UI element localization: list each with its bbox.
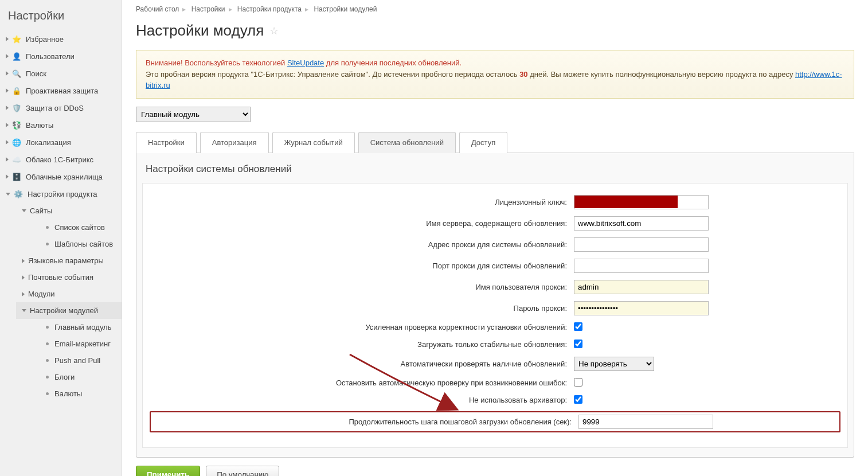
update-settings-form: Лицензионный ключ: Имя сервера, содержащ… bbox=[142, 183, 848, 448]
gear-icon: ⚙️ bbox=[14, 189, 23, 198]
sidebar-item-lang-params[interactable]: Языковые параметры bbox=[16, 252, 122, 269]
chevron-right-icon bbox=[6, 71, 9, 76]
sidebar-item-product-settings[interactable]: ⚙️Настройки продукта bbox=[0, 185, 122, 202]
sidebar-item-currencies[interactable]: Валюты bbox=[42, 385, 122, 402]
tab-update-system[interactable]: Система обновлений bbox=[358, 132, 456, 153]
cloud-icon: ☁️ bbox=[12, 155, 21, 164]
proxy-addr-input[interactable] bbox=[574, 237, 709, 252]
nav-label: Шаблоны сайтов bbox=[54, 240, 113, 248]
sidebar-item-module-settings[interactable]: Настройки модулей bbox=[16, 302, 122, 319]
user-icon: 👤 bbox=[12, 52, 21, 61]
page-title: Настройки модуля bbox=[136, 22, 264, 40]
sidebar-item-favorites[interactable]: ⭐Избранное bbox=[0, 30, 122, 48]
step-duration-input[interactable] bbox=[578, 415, 713, 429]
tabs: Настройки Авторизация Журнал событий Сис… bbox=[136, 131, 854, 153]
sidebar-item-ddos[interactable]: 🛡️Защита от DDoS bbox=[0, 99, 122, 116]
sidebar-item-push-pull[interactable]: Push and Pull bbox=[42, 352, 122, 369]
nav-label: Валюты bbox=[54, 389, 82, 398]
proxy-port-input[interactable] bbox=[574, 259, 709, 273]
sidebar-item-modules[interactable]: Модули bbox=[16, 286, 122, 302]
sidebar-item-currency[interactable]: 💱Валюты bbox=[0, 116, 122, 134]
bullet-icon bbox=[46, 359, 49, 362]
sidebar-item-cloudstorage[interactable]: 🗄️Облачные хранилища bbox=[0, 168, 122, 185]
sidebar-item-main-module[interactable]: Главный модуль bbox=[42, 319, 122, 335]
stop-on-error-label: Остановить автоматическую проверку при в… bbox=[150, 379, 574, 387]
globe-icon: 🌐 bbox=[12, 138, 21, 147]
proxy-addr-label: Адрес прокси для системы обновлений: bbox=[150, 240, 574, 249]
sidebar-item-blogs[interactable]: Блоги bbox=[42, 369, 122, 385]
breadcrumb: Рабочий стол▸ Настройки▸ Настройки проду… bbox=[122, 0, 868, 18]
nav-label: Облако 1С-Битрикс bbox=[26, 155, 93, 164]
bullet-icon bbox=[46, 392, 49, 395]
stable-only-label: Загружать только стабильные обновления: bbox=[150, 340, 574, 349]
update-server-input[interactable] bbox=[574, 216, 709, 231]
sidebar-item-sites[interactable]: Сайты bbox=[16, 202, 122, 219]
sidebar-item-search[interactable]: 🔍Поиск bbox=[0, 65, 122, 82]
sidebar-item-localization[interactable]: 🌐Локализация bbox=[0, 134, 122, 151]
sidebar-item-users[interactable]: 👤Пользователи bbox=[0, 48, 122, 65]
breadcrumb-link[interactable]: Настройки продукта bbox=[237, 5, 302, 13]
breadcrumb-sep: ▸ bbox=[305, 5, 308, 13]
nav-label: Email-маркетинг bbox=[54, 340, 111, 348]
no-archiver-checkbox[interactable] bbox=[574, 395, 582, 404]
step-duration-label: Продолжительность шага пошаговой загрузк… bbox=[154, 418, 578, 426]
alert-trial-text: Это пробная версия продукта "1С-Битрикс:… bbox=[146, 70, 519, 79]
favorite-star-icon[interactable]: ☆ bbox=[269, 25, 279, 37]
breadcrumb-sep: ▸ bbox=[229, 5, 232, 13]
sidebar-item-proactive[interactable]: 🔒Проактивная защита bbox=[0, 82, 122, 99]
proxy-user-input[interactable] bbox=[574, 280, 709, 294]
chevron-right-icon bbox=[6, 123, 9, 127]
module-select[interactable]: Главный модуль bbox=[136, 107, 251, 122]
main-content: Рабочий стол▸ Настройки▸ Настройки проду… bbox=[122, 0, 868, 476]
tab-auth[interactable]: Авторизация bbox=[200, 132, 269, 153]
bullet-icon bbox=[46, 376, 49, 379]
nav-label: Защита от DDoS bbox=[26, 104, 84, 112]
nav-label: Список сайтов bbox=[54, 223, 105, 232]
chevron-down-icon bbox=[6, 193, 10, 196]
nav-label: Облачные хранилища bbox=[26, 173, 103, 181]
tab-event-log[interactable]: Журнал событий bbox=[272, 132, 355, 153]
sidebar-item-site-list[interactable]: Список сайтов bbox=[42, 219, 122, 236]
stable-only-checkbox[interactable] bbox=[574, 340, 582, 348]
chevron-right-icon bbox=[22, 259, 25, 263]
breadcrumb-link[interactable]: Настройки bbox=[191, 5, 225, 13]
nav-label: Проактивная защита bbox=[26, 87, 98, 95]
tab-access[interactable]: Доступ bbox=[459, 132, 507, 153]
bullet-icon bbox=[46, 243, 49, 245]
chevron-down-icon bbox=[22, 309, 26, 312]
storage-icon: 🗄️ bbox=[12, 172, 21, 181]
nav-label: Почтовые события bbox=[28, 273, 93, 282]
breadcrumb-link[interactable]: Настройки модулей bbox=[314, 5, 377, 13]
nav-label: Push and Pull bbox=[54, 356, 100, 365]
auto-check-select[interactable]: Не проверять bbox=[574, 357, 654, 371]
sidebar-item-mail-events[interactable]: Почтовые события bbox=[16, 269, 122, 286]
breadcrumb-link[interactable]: Рабочий стол bbox=[136, 5, 179, 13]
sidebar-item-email-marketing[interactable]: Email-маркетинг bbox=[42, 335, 122, 352]
siteupdate-link[interactable]: SiteUpdate bbox=[287, 58, 324, 67]
tab-settings[interactable]: Настройки bbox=[136, 132, 197, 153]
chevron-right-icon bbox=[6, 88, 9, 93]
alert-warning: Внимание! Воспользуйтесь технологией Sit… bbox=[146, 58, 462, 67]
bullet-icon bbox=[46, 326, 49, 329]
proxy-port-label: Порт прокси для системы обновлений: bbox=[150, 262, 574, 270]
proxy-pass-input[interactable] bbox=[574, 301, 709, 315]
apply-button[interactable]: Применить bbox=[136, 466, 200, 477]
alert-days: 30 bbox=[519, 70, 527, 79]
proxy-user-label: Имя пользователя прокси: bbox=[150, 283, 574, 291]
update-server-label: Имя сервера, содержащего обновления: bbox=[150, 219, 574, 228]
alert-trial-text2: дней. Вы можете купить полнофункциональн… bbox=[528, 70, 795, 79]
sidebar-title: Настройки bbox=[0, 6, 122, 30]
strong-check-checkbox[interactable] bbox=[574, 322, 582, 331]
sidebar-item-cloud1c[interactable]: ☁️Облако 1С-Битрикс bbox=[0, 151, 122, 168]
stop-on-error-checkbox[interactable] bbox=[574, 378, 582, 387]
defaults-button[interactable]: По умолчанию bbox=[206, 466, 279, 477]
nav-label: Настройки модулей bbox=[30, 306, 98, 315]
panel-title: Настройки системы обновлений bbox=[142, 163, 848, 183]
sidebar-item-site-templates[interactable]: Шаблоны сайтов bbox=[42, 236, 122, 252]
shield-icon: 🛡️ bbox=[12, 103, 21, 112]
chevron-right-icon bbox=[6, 174, 9, 179]
nav-label: Блоги bbox=[54, 373, 75, 381]
nav-label: Поиск bbox=[26, 69, 46, 78]
license-key-input[interactable] bbox=[678, 196, 707, 209]
chevron-right-icon bbox=[6, 54, 9, 58]
